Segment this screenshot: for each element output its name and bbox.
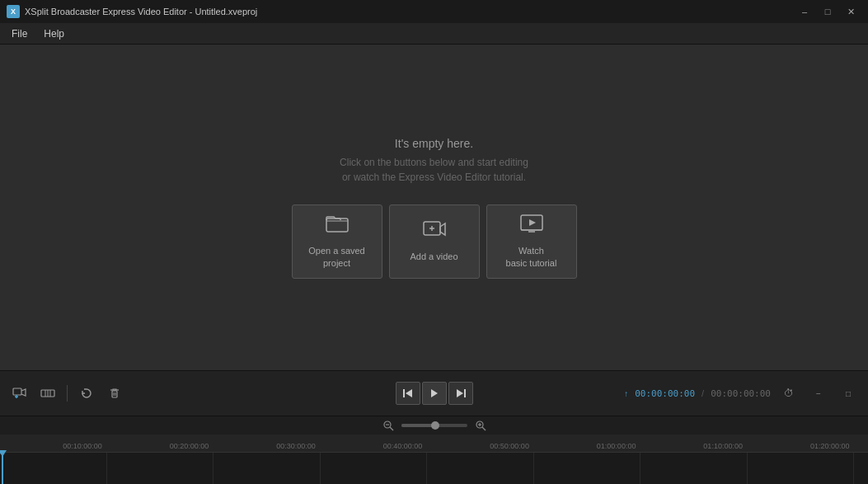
window-controls: – □ ✕ <box>794 4 861 19</box>
watch-tutorial-icon <box>520 214 543 238</box>
multi-trim-button[interactable] <box>36 382 59 405</box>
timecode-separator: / <box>701 388 704 398</box>
svg-rect-20 <box>464 389 466 397</box>
ruler-mark-6: 01:00:00:00 <box>597 442 636 450</box>
open-project-icon <box>326 214 349 238</box>
empty-state-message: It's empty here. Click on the buttons be… <box>340 137 528 185</box>
svg-line-26 <box>482 427 486 430</box>
toolbar-separator <box>67 385 68 402</box>
svg-line-23 <box>390 427 393 430</box>
window-title: XSplit Broadcaster Express Video Editor … <box>25 7 794 16</box>
ruler-mark-5: 00:50:00:00 <box>490 442 529 450</box>
left-tools <box>8 382 126 405</box>
timeline-area: 00:10:00:00 00:20:00:00 00:30:00:00 00:4… <box>0 416 868 484</box>
zoom-in-button[interactable] <box>472 417 489 434</box>
prev-button[interactable] <box>396 382 420 405</box>
delete-button[interactable] <box>103 382 126 405</box>
ruler-mark-1: 00:10:00:00 <box>63 442 102 450</box>
next-button[interactable] <box>448 382 473 405</box>
svg-rect-7 <box>13 388 21 395</box>
bottom-toolbar: ↑ 00:00:00:00 / 00:00:00:00 ⏱ − □ <box>0 370 868 416</box>
watch-tutorial-button[interactable]: Watchbasic tutorial <box>486 204 577 279</box>
svg-marker-21 <box>457 389 463 397</box>
watch-tutorial-label: Watchbasic tutorial <box>506 245 557 269</box>
svg-marker-19 <box>431 389 438 397</box>
action-buttons-group: Open a savedproject Add a video <box>292 204 577 279</box>
title-bar: X XSplit Broadcaster Express Video Edito… <box>0 0 868 23</box>
timeline-tracks[interactable] <box>0 453 868 484</box>
transport-controls <box>396 382 473 405</box>
playhead[interactable] <box>2 453 3 484</box>
empty-title: It's empty here. <box>340 137 528 150</box>
undo-button[interactable] <box>75 382 98 405</box>
empty-subtitle: Click on the buttons below and start edi… <box>340 155 528 185</box>
add-video-label: Add a video <box>410 251 457 262</box>
timecode-marker: ↑ <box>624 389 628 398</box>
app-icon: X <box>7 5 20 18</box>
menu-file[interactable]: File <box>3 25 35 43</box>
ruler-mark-2: 00:20:00:00 <box>170 442 209 450</box>
clock-button[interactable]: ⏱ <box>777 382 800 405</box>
current-timecode: 00:00:00:00 <box>635 388 695 399</box>
panel-maximize-button[interactable]: □ <box>837 382 860 405</box>
zoom-slider[interactable] <box>401 424 467 427</box>
timeline-ruler: 00:10:00:00 00:20:00:00 00:30:00:00 00:4… <box>0 435 868 453</box>
svg-rect-17 <box>403 389 405 397</box>
ruler-mark-4: 00:40:00:00 <box>383 442 423 450</box>
ruler-mark-8: 01:20:00:00 <box>810 442 850 450</box>
menu-help[interactable]: Help <box>35 25 73 43</box>
right-info: ↑ 00:00:00:00 / 00:00:00:00 ⏱ − □ <box>624 382 860 405</box>
open-project-label: Open a savedproject <box>308 245 365 269</box>
total-timecode: 00:00:00:00 <box>711 388 771 399</box>
play-button[interactable] <box>422 382 447 405</box>
panel-minimize-button[interactable]: − <box>807 382 830 405</box>
add-clip-button[interactable] <box>8 382 31 405</box>
svg-rect-14 <box>112 391 117 397</box>
open-project-button[interactable]: Open a savedproject <box>292 204 382 279</box>
ruler-mark-7: 01:10:00:00 <box>703 442 743 450</box>
minimize-button[interactable]: – <box>794 4 815 19</box>
add-video-icon <box>423 219 446 244</box>
svg-marker-18 <box>406 389 412 397</box>
svg-rect-0 <box>326 219 348 232</box>
menu-bar: File Help <box>0 23 868 45</box>
close-button[interactable]: ✕ <box>840 4 861 19</box>
add-video-button[interactable]: Add a video <box>389 204 480 279</box>
ruler-mark-3: 00:30:00:00 <box>276 442 316 450</box>
track-grid <box>0 453 868 484</box>
zoom-out-button[interactable] <box>380 417 396 434</box>
main-content-area: It's empty here. Click on the buttons be… <box>0 45 868 370</box>
zoom-row <box>0 416 868 435</box>
maximize-button[interactable]: □ <box>817 4 838 19</box>
